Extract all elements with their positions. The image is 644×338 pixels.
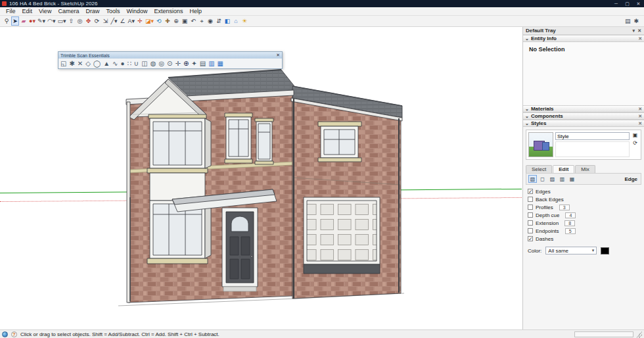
rotate-tool[interactable]: ⟳	[93, 16, 101, 26]
maximize-button[interactable]: ▢	[622, 0, 633, 7]
layers-c-icon[interactable]: ▦	[218, 59, 223, 68]
depth-cue-value-input[interactable]: 4	[565, 212, 576, 218]
endpoints-value-input[interactable]: 5	[565, 228, 576, 234]
style-thumbnail[interactable]	[528, 132, 553, 157]
update-style-icon[interactable]: ⟳	[633, 140, 637, 146]
blob-tool-icon[interactable]: ∿	[112, 59, 118, 68]
styles-close-icon[interactable]: ✕	[638, 121, 642, 126]
circle-c-icon[interactable]: ⊙	[167, 59, 172, 68]
walk-tool[interactable]: ⇵	[215, 16, 223, 26]
section-header-materials[interactable]: ⌄ Materials ✕	[523, 105, 644, 112]
layers-b-icon[interactable]: ▥	[208, 59, 214, 68]
styles-tab-select[interactable]: Select	[526, 165, 552, 173]
menu-draw[interactable]: Draw	[82, 8, 103, 14]
tray-close-icon[interactable]: ✕	[637, 28, 641, 34]
cone-tool-icon[interactable]: ▲	[103, 59, 110, 68]
circle-b-icon[interactable]: ◎	[158, 59, 164, 68]
checkbox-back-edges[interactable]	[528, 197, 533, 202]
magnet-icon[interactable]: ∪	[134, 59, 139, 68]
help-question-icon[interactable]: ?	[11, 331, 17, 337]
geolocation-icon[interactable]	[2, 331, 8, 337]
arc-tool[interactable]: ◠▾	[47, 16, 56, 26]
checkbox-edges[interactable]: ✓	[528, 189, 533, 194]
scan-essentials-toolbar[interactable]: Trimble Scan Essentials ✕ ◱ ✱ ✕ ◇ ◯	[58, 51, 283, 69]
style-name-input[interactable]	[555, 132, 630, 140]
position-camera-tool[interactable]: ⌖	[198, 16, 206, 26]
settings-gear-icon[interactable]: ✱	[69, 59, 74, 68]
checkbox-dashes[interactable]: ✓	[528, 236, 533, 241]
views-icon[interactable]: ⌂	[232, 16, 240, 26]
styles-tab-edit[interactable]: Edit	[553, 165, 574, 173]
face-settings-icon[interactable]: ◻	[538, 175, 547, 183]
entity-info-close-icon[interactable]: ✕	[638, 36, 642, 41]
push-pull-tool[interactable]: ⇧	[67, 16, 75, 26]
menu-tools[interactable]: Tools	[103, 8, 123, 14]
zoom-extents-tool[interactable]: ▣	[181, 16, 189, 26]
house-model[interactable]	[92, 66, 421, 316]
folder-icon[interactable]: ◱	[60, 59, 66, 68]
axes-tool[interactable]: ✛	[136, 16, 144, 26]
section-header-entity-info[interactable]: ⌄ Entity Info ✕	[523, 35, 644, 42]
eraser-tool[interactable]: ▰	[20, 16, 28, 26]
checkbox-depth-cue[interactable]	[528, 212, 533, 218]
section-header-styles[interactable]: ⌄ Styles ✕	[523, 120, 644, 127]
snap-icon[interactable]: ✛	[175, 59, 181, 68]
sphere-tool-icon[interactable]: ●	[120, 59, 124, 68]
target-icon[interactable]: ⊕	[183, 59, 189, 68]
look-around-tool[interactable]: ◉	[206, 16, 214, 26]
resize-grip[interactable]	[637, 330, 642, 338]
measurements-box[interactable]	[574, 331, 633, 337]
rectangle-tool[interactable]: ▭▾	[57, 16, 66, 26]
polygon-tool-icon[interactable]: ◇	[85, 59, 91, 68]
extension-value-input[interactable]: 8	[564, 220, 575, 226]
scale-tool[interactable]: ⇲	[101, 16, 109, 26]
minimize-button[interactable]: ─	[610, 0, 622, 7]
front-door[interactable]	[222, 208, 258, 291]
profiles-value-input[interactable]: 3	[559, 205, 570, 210]
wand-icon[interactable]: ✦	[191, 59, 196, 68]
move-tool[interactable]: ✥	[84, 16, 92, 26]
styles-tab-mix[interactable]: Mix	[575, 165, 595, 173]
checkbox-extension[interactable]	[528, 220, 533, 226]
menu-view[interactable]: View	[35, 8, 55, 14]
scan-toolbar-titlebar[interactable]: Trimble Scan Essentials ✕	[58, 52, 282, 59]
create-style-icon[interactable]: ▣	[633, 132, 638, 138]
garage-door[interactable]	[304, 197, 380, 274]
line-tool[interactable]: ✎▾	[37, 16, 46, 26]
close-scan-icon[interactable]: ✕	[78, 59, 83, 68]
menu-help[interactable]: Help	[186, 8, 205, 14]
menu-camera[interactable]: Camera	[55, 8, 82, 14]
side-window[interactable]	[318, 122, 361, 162]
menu-edit[interactable]: Edit	[19, 8, 36, 14]
orbit-tool[interactable]: ⟲	[155, 16, 163, 26]
paint-bucket-tool[interactable]: ●▾	[28, 16, 36, 26]
color-mode-dropdown[interactable]: All same ▾	[545, 247, 597, 254]
checkbox-endpoints[interactable]	[528, 228, 533, 233]
select-tool[interactable]: ➤	[11, 16, 19, 26]
tape-measure-tool[interactable]: ╱▾	[110, 16, 118, 26]
section-plane-tool[interactable]: ◪▾	[145, 16, 154, 26]
watermark-settings-icon[interactable]: ▥	[558, 175, 566, 183]
modeling-settings-icon[interactable]: ▦	[568, 175, 576, 183]
scan-toolbar-close-icon[interactable]: ✕	[276, 53, 280, 58]
viewport-3d[interactable]: Trimble Scan Essentials ✕ ◱ ✱ ✕ ◇ ◯	[0, 27, 522, 329]
style-description-field[interactable]	[555, 141, 630, 157]
styles-icon[interactable]: ◧	[223, 16, 231, 26]
background-settings-icon[interactable]: ▨	[548, 175, 557, 183]
layers-a-icon[interactable]: ▤	[200, 59, 206, 68]
previous-view-tool[interactable]: ↶	[189, 16, 197, 26]
pan-tool[interactable]: ✚	[164, 16, 172, 26]
search-tool[interactable]: ⚲	[3, 16, 11, 26]
text-tool[interactable]: A▾	[127, 16, 135, 26]
close-button[interactable]: ✕	[633, 0, 644, 7]
upstairs-window[interactable]	[225, 113, 252, 163]
protractor-tool[interactable]: ∠	[118, 16, 126, 26]
shadows-icon[interactable]: ☀	[241, 16, 248, 26]
panels-icon[interactable]: ▤	[625, 18, 631, 24]
section-header-components[interactable]: ⌄ Components ✕	[523, 112, 644, 120]
tray-pin-icon[interactable]: ▾	[633, 28, 635, 34]
upper-bay-window[interactable]	[147, 114, 211, 173]
materials-close-icon[interactable]: ✕	[638, 107, 642, 112]
settings-icon[interactable]: ✱	[633, 18, 639, 24]
components-close-icon[interactable]: ✕	[638, 114, 642, 119]
